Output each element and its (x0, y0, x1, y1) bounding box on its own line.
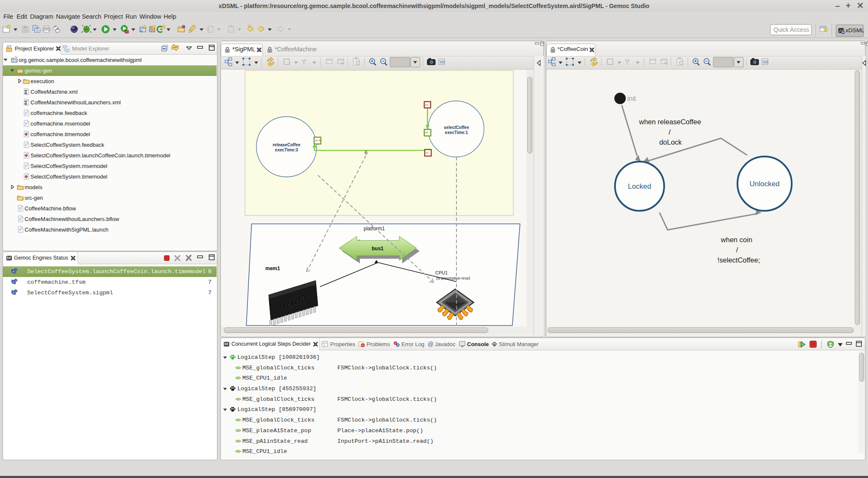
svg-text:CPU1: CPU1 (435, 270, 448, 275)
svg-text:when releaseCoffee: when releaseCoffee (639, 118, 701, 126)
svg-text:bus1: bus1 (372, 246, 384, 252)
svg-text:doLock: doLock (659, 138, 682, 146)
svg-text:/: / (736, 246, 738, 254)
svg-text:mem1: mem1 (265, 266, 280, 271)
svg-text:6: 6 (364, 149, 367, 156)
svg-text:G: G (140, 29, 142, 33)
svg-text:execTime:1: execTime:1 (445, 130, 468, 135)
svg-text:/: / (669, 128, 671, 136)
svg-text:releaseCoffee: releaseCoffee (273, 143, 300, 147)
svg-text:init: init (627, 95, 636, 102)
svg-text:pA..: pA.. (426, 151, 430, 154)
svg-text:pA..: pA.. (425, 103, 429, 106)
svg-text:platform1: platform1 (364, 226, 385, 232)
svg-text:execTime:3: execTime:3 (275, 148, 298, 152)
svg-text:pA..: pA.. (425, 131, 429, 134)
svg-text:pA.3m: pA.3m (315, 139, 322, 142)
svg-text:when coin: when coin (721, 236, 752, 243)
svg-text:selectCoffee: selectCoffee (444, 125, 469, 130)
svg-text:!selectCoffee;: !selectCoffee; (718, 256, 760, 264)
svg-text:Locked: Locked (628, 182, 651, 190)
svg-text:Unlocked: Unlocked (750, 180, 780, 188)
